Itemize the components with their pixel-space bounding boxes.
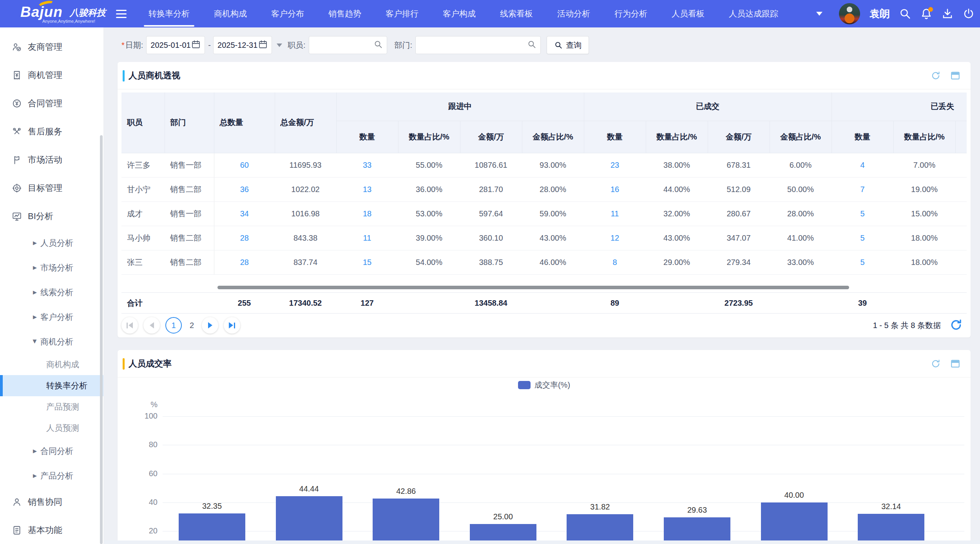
column-header[interactable]: 金额占比/% (522, 121, 584, 153)
sidebar-item-3[interactable]: 售后服务 (0, 118, 103, 146)
sidebar-item-19[interactable]: 基本功能 (0, 516, 103, 544)
bar-4[interactable] (567, 514, 633, 544)
bar-1[interactable] (276, 496, 342, 544)
search-icon[interactable] (527, 40, 536, 51)
calendar-icon[interactable] (258, 40, 268, 51)
count-link[interactable]: 34 (240, 209, 249, 218)
column-header[interactable]: 数量占比/% (398, 121, 460, 153)
count-link[interactable]: 12 (610, 234, 619, 242)
sidebar-item-2[interactable]: 合同管理 (0, 89, 103, 118)
date-mode-caret-icon[interactable] (277, 44, 282, 47)
count-link[interactable]: 11 (363, 234, 371, 242)
bar-2[interactable] (373, 499, 439, 544)
bell-icon[interactable] (920, 8, 932, 20)
column-header[interactable]: 数量 (584, 121, 646, 153)
next-page-button[interactable] (202, 317, 218, 334)
tab-1[interactable]: 商机构成 (205, 0, 256, 27)
bar-0[interactable] (179, 513, 245, 544)
refresh-icon[interactable] (931, 359, 941, 369)
last-page-button[interactable] (224, 317, 240, 334)
tab-10[interactable]: 人员达成跟踪 (719, 0, 788, 27)
tab-2[interactable]: 客户分布 (262, 0, 313, 27)
tab-3[interactable]: 销售趋势 (319, 0, 371, 27)
sidebar-item-10[interactable]: ▶客户分析 (0, 305, 103, 329)
sidebar-item-1[interactable]: 商机管理 (0, 61, 103, 89)
count-link[interactable]: 16 (610, 185, 619, 194)
dept-search-input[interactable] (415, 36, 541, 54)
sidebar-item-15[interactable]: 人员预测 (0, 417, 103, 439)
count-link[interactable]: 8 (612, 258, 617, 267)
caret-down-icon[interactable] (816, 12, 822, 16)
column-header[interactable]: 数量占比/% (646, 121, 708, 153)
count-link[interactable]: 7 (860, 185, 864, 194)
tab-6[interactable]: 线索看板 (491, 0, 542, 27)
legend-swatch[interactable] (518, 381, 531, 389)
date-to-input[interactable] (213, 36, 272, 54)
bar-6[interactable] (761, 502, 828, 544)
sidebar-item-6[interactable]: BI分析 (0, 202, 103, 230)
count-link[interactable]: 36 (240, 185, 249, 194)
sidebar-item-11[interactable]: ▶商机分析 (0, 329, 103, 354)
count-link[interactable]: 4 (860, 161, 864, 169)
power-icon[interactable] (963, 8, 975, 20)
count-link[interactable]: 11 (611, 209, 619, 218)
query-button[interactable]: 查询 (547, 36, 589, 54)
window-icon[interactable] (950, 359, 960, 369)
page-button[interactable]: 2 (190, 321, 194, 330)
sidebar-item-4[interactable]: 市场活动 (0, 146, 103, 174)
count-link[interactable]: 13 (363, 185, 371, 194)
avatar[interactable] (839, 3, 860, 24)
current-page-button[interactable]: 1 (165, 317, 182, 334)
column-header[interactable]: 金额/万 (460, 121, 522, 153)
table-hscroll-thumb[interactable] (217, 286, 849, 289)
window-icon[interactable] (950, 71, 960, 81)
column-header[interactable]: 金额/万 (708, 121, 770, 153)
tab-4[interactable]: 客户排行 (376, 0, 428, 27)
count-link[interactable]: 5 (860, 258, 864, 267)
sidebar-item-0[interactable]: 友商管理 (0, 33, 103, 61)
tab-8[interactable]: 行为分析 (605, 0, 657, 27)
count-link[interactable]: 18 (363, 209, 371, 218)
column-header[interactable]: 总金额/万 (275, 92, 336, 153)
count-link[interactable]: 28 (240, 258, 249, 267)
app-logo[interactable]: Bajun 八骏科技 Anyone,Anytime,Anywhere! (0, 0, 121, 27)
chart-legend[interactable]: 成交率(%) (118, 380, 971, 390)
sidebar-item-5[interactable]: 目标管理 (0, 174, 103, 202)
bar-7[interactable] (858, 514, 924, 544)
column-header[interactable]: 数量 (831, 121, 893, 153)
tab-5[interactable]: 客户构成 (433, 0, 485, 27)
column-header[interactable]: 金额占比/% (770, 121, 831, 153)
user-name[interactable]: 袁朗 (870, 7, 890, 21)
sidebar-item-8[interactable]: ▶市场分析 (0, 255, 103, 280)
count-link[interactable]: 33 (363, 161, 371, 169)
column-header[interactable]: 总数量 (214, 92, 275, 153)
search-icon[interactable] (899, 8, 911, 20)
bar-5[interactable] (664, 517, 730, 544)
refresh-icon[interactable] (931, 71, 941, 81)
download-icon[interactable] (942, 8, 953, 20)
prev-page-button[interactable] (143, 317, 160, 334)
column-header[interactable]: 部门 (165, 92, 214, 153)
count-link[interactable]: 5 (860, 209, 864, 218)
sidebar-item-13[interactable]: 转换率分析 (0, 375, 103, 396)
column-header[interactable]: 数量占比/% (893, 121, 955, 153)
count-link[interactable]: 28 (240, 234, 249, 242)
sidebar-scrollbar[interactable] (100, 135, 103, 544)
count-link[interactable]: 5 (860, 234, 864, 242)
tab-0[interactable]: 转换率分析 (139, 0, 199, 27)
sidebar-item-14[interactable]: 产品预测 (0, 396, 103, 417)
sidebar-item-12[interactable]: 商机构成 (0, 354, 103, 375)
date-from-input[interactable] (146, 36, 205, 54)
sidebar-item-18[interactable]: 销售协同 (0, 488, 103, 516)
tab-7[interactable]: 活动分析 (548, 0, 600, 27)
count-link[interactable]: 60 (240, 161, 249, 169)
sidebar-item-7[interactable]: ▶人员分析 (0, 230, 103, 255)
staff-search-input[interactable] (309, 36, 387, 54)
column-header[interactable]: 职员 (121, 92, 165, 153)
sidebar-item-9[interactable]: ▶线索分析 (0, 280, 103, 305)
column-header[interactable]: 数量 (336, 121, 398, 153)
sidebar-item-17[interactable]: ▶产品分析 (0, 463, 103, 488)
count-link[interactable]: 23 (610, 161, 619, 169)
calendar-icon[interactable] (191, 40, 201, 51)
search-icon[interactable] (373, 40, 383, 51)
